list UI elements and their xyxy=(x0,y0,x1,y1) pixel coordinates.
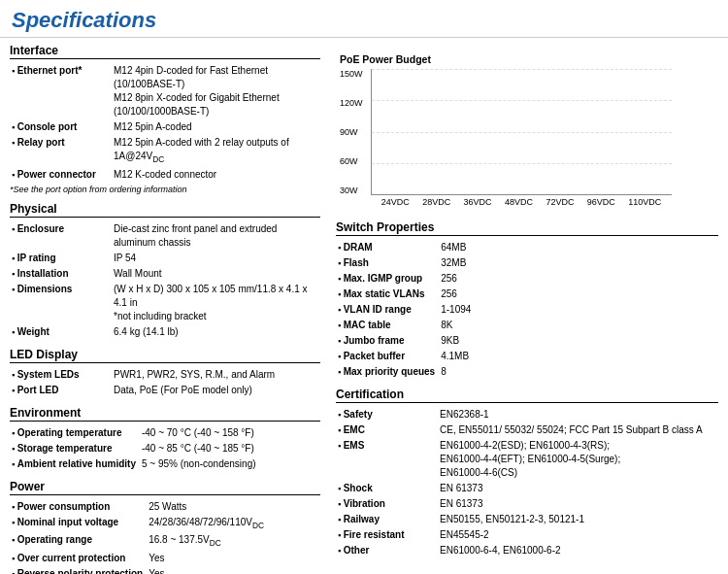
table-row: Railway EN50155, EN50121-2-3, 50121-1 xyxy=(336,512,718,527)
page-title: Specifications xyxy=(12,8,716,33)
x-label-48vdc: 48VDC xyxy=(505,197,533,207)
switch-table: DRAM 64MB Flash 32MB Max. IGMP group 256… xyxy=(336,240,718,380)
table-row: Storage temperature -40 ~ 85 °C (-40 ~ 1… xyxy=(10,441,320,456)
grid-line-60 xyxy=(372,163,672,164)
right-column: PoE Power Budget 150W 120W 90W 60W 30W xyxy=(330,44,718,574)
switch-section-title: Switch Properties xyxy=(336,220,718,236)
system-leds-label: System LEDs xyxy=(10,367,112,383)
ems-value: EN61000-4-2(ESD); EN61000-4-3(RS);EN6100… xyxy=(438,438,718,481)
table-row: System LEDs PWR1, PWR2, SYS, R.M., and A… xyxy=(10,367,320,383)
physical-table: Enclosure Die-cast zinc front panel and … xyxy=(10,221,320,340)
x-label-28vdc: 28VDC xyxy=(422,197,450,207)
humidity-value: 5 ~ 95% (non-condensing) xyxy=(140,456,320,472)
op-range-value: 16.8 ~ 137.5VDC xyxy=(147,532,320,551)
vlan-id-value: 1-1094 xyxy=(439,302,718,318)
ems-label: EMS xyxy=(336,438,438,481)
over-current-value: Yes xyxy=(147,551,320,566)
table-row: Jumbo frame 9KB xyxy=(336,333,718,349)
table-row: Power connector M12 K-coded connector xyxy=(10,167,320,183)
weight-value: 6.4 kg (14.1 lb) xyxy=(112,324,320,340)
storage-temp-label: Storage temperature xyxy=(10,441,140,456)
table-row: Other EN61000-6-4, EN61000-6-2 xyxy=(336,543,718,558)
other-label: Other xyxy=(336,543,438,558)
interface-footnote: *See the port option from ordering infor… xyxy=(10,185,320,194)
power-connector-value: M12 K-coded connector xyxy=(112,167,320,183)
header: Specifications xyxy=(0,0,728,38)
humidity-label: Ambient relative humidity xyxy=(10,456,140,472)
led-section-title: LED Display xyxy=(10,348,320,363)
max-queues-label: Max priority queues xyxy=(336,364,439,380)
op-range-label: Operating range xyxy=(10,532,147,551)
vlan-id-label: VLAN ID range xyxy=(336,302,439,318)
grid-line-90 xyxy=(372,132,672,133)
table-row: Vibration EN 61373 xyxy=(336,496,718,512)
emc-label: EMC xyxy=(336,422,438,438)
table-row: Power consumption 25 Watts xyxy=(10,499,320,515)
x-label-24vdc: 24VDC xyxy=(381,197,410,207)
dram-label: DRAM xyxy=(336,240,439,255)
physical-section-title: Physical xyxy=(10,202,320,218)
table-row: Over current protection Yes xyxy=(10,551,320,566)
table-row: Ethernet port* M12 4pin D-coded for Fast… xyxy=(10,63,320,119)
igmp-value: 256 xyxy=(439,271,718,287)
grid-line-120 xyxy=(372,100,672,101)
system-leds-value: PWR1, PWR2, SYS, R.M., and Alarm xyxy=(112,367,320,383)
safety-label: Safety xyxy=(336,407,438,422)
y-label-150: 150W xyxy=(340,69,363,79)
ethernet-label: Ethernet port* xyxy=(10,63,112,119)
storage-temp-value: -40 ~ 85 °C (-40 ~ 185 °F) xyxy=(140,441,320,456)
table-row: Operating temperature -40 ~ 70 °C (-40 ~… xyxy=(10,425,320,441)
port-led-label: Port LED xyxy=(10,383,112,398)
y-label-30: 30W xyxy=(340,186,363,195)
led-table: System LEDs PWR1, PWR2, SYS, R.M., and A… xyxy=(10,367,320,398)
interface-section-title: Interface xyxy=(10,44,320,59)
safety-value: EN62368-1 xyxy=(438,407,718,422)
table-row: Ambient relative humidity 5 ~ 95% (non-c… xyxy=(10,456,320,472)
poe-chart-container: PoE Power Budget 150W 120W 90W 60W 30W xyxy=(336,50,718,211)
table-row: Max. IGMP group 256 xyxy=(336,271,718,287)
emc-value: CE, EN55011/ 55032/ 55024; FCC Part 15 S… xyxy=(438,422,718,438)
railway-value: EN50155, EN50121-2-3, 50121-1 xyxy=(438,512,718,527)
console-value: M12 5pin A-coded xyxy=(112,119,320,135)
table-row: MAC table 8K xyxy=(336,318,718,333)
x-label-72vdc: 72VDC xyxy=(546,197,574,207)
dimensions-value: (W x H x D) 300 x 105 x 105 mm/11.8 x 4.… xyxy=(112,282,320,324)
grid-line-150 xyxy=(372,69,672,70)
nominal-voltage-value: 24/28/36/48/72/96/110VDC xyxy=(147,515,320,533)
dram-value: 64MB xyxy=(439,240,718,255)
interface-table: Ethernet port* M12 4pin D-coded for Fast… xyxy=(10,63,320,183)
table-row: Dimensions (W x H x D) 300 x 105 x 105 m… xyxy=(10,282,320,324)
flash-label: Flash xyxy=(336,255,439,271)
power-section-title: Power xyxy=(10,480,320,495)
fire-resistant-value: EN45545-2 xyxy=(438,527,718,543)
table-row: Packet buffer 4.1MB xyxy=(336,349,718,364)
x-label-110vdc: 110VDC xyxy=(628,197,661,207)
installation-label: Installation xyxy=(10,266,112,282)
installation-value: Wall Mount xyxy=(112,266,320,282)
table-row: Weight 6.4 kg (14.1 lb) xyxy=(10,324,320,340)
mac-table-value: 8K xyxy=(439,318,718,333)
vlans-value: 256 xyxy=(439,287,718,302)
page: Specifications Interface Ethernet port* … xyxy=(0,0,728,574)
chart-x-axis: 24VDC 28VDC 36VDC 48VDC 72VDC 96VDC 110V… xyxy=(371,197,672,207)
reverse-polarity-value: Yes xyxy=(147,566,320,574)
vibration-label: Vibration xyxy=(336,496,438,512)
nominal-voltage-label: Nominal input voltage xyxy=(10,515,147,533)
certification-section-title: Certification xyxy=(336,388,718,403)
op-temp-value: -40 ~ 70 °C (-40 ~ 158 °F) xyxy=(140,425,320,441)
table-row: Safety EN62368-1 xyxy=(336,407,718,422)
op-temp-label: Operating temperature xyxy=(10,425,140,441)
fire-resistant-label: Fire resistant xyxy=(336,527,438,543)
left-column: Interface Ethernet port* M12 4pin D-code… xyxy=(10,44,330,574)
other-value: EN61000-6-4, EN61000-6-2 xyxy=(438,543,718,558)
dimensions-label: Dimensions xyxy=(10,282,112,324)
reverse-polarity-label: Reverse polarity protection xyxy=(10,566,147,574)
relay-label: Relay port xyxy=(10,135,112,167)
table-row: EMS EN61000-4-2(ESD); EN61000-4-3(RS);EN… xyxy=(336,438,718,481)
power-consumption-label: Power consumption xyxy=(10,499,147,515)
table-row: Enclosure Die-cast zinc front panel and … xyxy=(10,221,320,251)
table-row: Reverse polarity protection Yes xyxy=(10,566,320,574)
shock-value: EN 61373 xyxy=(438,481,718,496)
table-row: Installation Wall Mount xyxy=(10,266,320,282)
certification-table: Safety EN62368-1 EMC CE, EN55011/ 55032/… xyxy=(336,407,718,558)
